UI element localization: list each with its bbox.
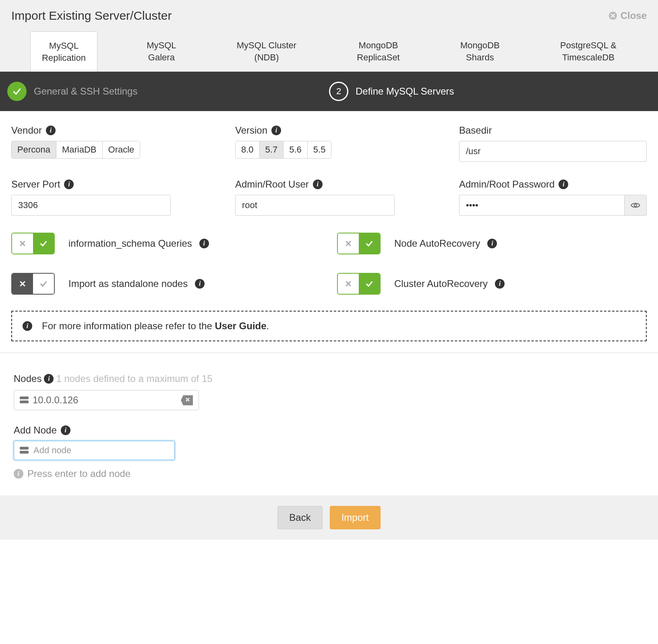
- info-icon: i: [14, 469, 23, 479]
- wizard-step-1[interactable]: General & SSH Settings: [0, 82, 329, 101]
- version-option-57[interactable]: 5.7: [260, 141, 284, 158]
- vendor-selector: Percona MariaDB Oracle: [11, 141, 140, 159]
- info-icon[interactable]: i: [46, 126, 56, 135]
- vendor-option-mariadb[interactable]: MariaDB: [56, 141, 103, 158]
- note-user-guide-link[interactable]: User Guide: [215, 320, 267, 331]
- add-node-label: Add Node: [14, 425, 57, 436]
- close-circle-icon: [608, 11, 617, 20]
- x-icon: [12, 233, 33, 254]
- tab-mongodb-replicaset[interactable]: MongoDB ReplicaSet: [346, 31, 411, 72]
- close-label: Close: [621, 10, 647, 21]
- nodes-hint: 1 nodes defined to a maximum of 15: [56, 373, 212, 384]
- info-icon[interactable]: i: [64, 180, 74, 189]
- admin-password-input[interactable]: [459, 195, 624, 216]
- toggle-info-schema[interactable]: [11, 233, 55, 254]
- wizard-steps: General & SSH Settings 2 Define MySQL Se…: [0, 72, 658, 111]
- cluster-type-tabs: MySQL Replication MySQL Galera MySQL Clu…: [0, 31, 658, 72]
- node-ip: 10.0.0.126: [33, 394, 78, 406]
- note-prefix: For more information please refer to the: [42, 320, 215, 331]
- toggle-cluster-autorecovery[interactable]: [337, 273, 381, 295]
- info-icon: i: [23, 321, 32, 331]
- toggle-info-schema-row: information_schema Queries i: [11, 233, 321, 254]
- info-icon[interactable]: i: [271, 126, 281, 135]
- x-icon: [12, 274, 33, 294]
- field-basedir: Basedir: [459, 125, 647, 162]
- wizard-step-2[interactable]: 2 Define MySQL Servers: [329, 82, 658, 101]
- server-port-label: Server Port: [11, 179, 60, 190]
- delete-node-button[interactable]: [181, 395, 193, 405]
- toggle-standalone-label: Import as standalone nodes: [68, 278, 188, 289]
- admin-password-label: Admin/Root Password: [459, 179, 555, 190]
- dialog-header: Import Existing Server/Cluster Close: [0, 0, 658, 31]
- password-visibility-toggle[interactable]: [624, 195, 647, 216]
- field-admin-user: Admin/Root User i: [235, 179, 423, 216]
- server-icon: [20, 447, 29, 454]
- info-icon[interactable]: i: [559, 180, 568, 189]
- note-suffix: .: [267, 320, 269, 331]
- toggle-node-autorecovery[interactable]: [337, 233, 381, 254]
- svg-point-1: [634, 204, 637, 207]
- tab-mysql-galera[interactable]: MySQL Galera: [135, 31, 187, 72]
- nodes-label: Nodes: [14, 373, 41, 384]
- nodes-section: Nodes i 1 nodes defined to a maximum of …: [0, 353, 658, 495]
- import-button[interactable]: Import: [330, 506, 381, 529]
- field-server-port: Server Port i: [11, 179, 199, 216]
- close-button[interactable]: Close: [608, 10, 647, 21]
- version-option-80[interactable]: 8.0: [236, 141, 260, 158]
- version-selector: 8.0 5.7 5.6 5.5: [235, 141, 331, 159]
- tab-postgresql-timescaledb[interactable]: PostgreSQL & TimescaleDB: [549, 31, 628, 72]
- x-icon: [338, 274, 359, 294]
- wizard-step-1-label: General & SSH Settings: [34, 86, 137, 97]
- check-icon: [7, 82, 27, 101]
- version-label: Version: [235, 125, 267, 136]
- back-button[interactable]: Back: [277, 506, 322, 529]
- form-main: Vendor i Percona MariaDB Oracle Version …: [0, 111, 658, 353]
- tab-mysql-cluster-ndb[interactable]: MySQL Cluster (NDB): [226, 31, 308, 72]
- check-icon: [33, 233, 54, 254]
- tab-mysql-replication[interactable]: MySQL Replication: [30, 31, 97, 72]
- info-icon[interactable]: i: [495, 279, 505, 289]
- x-icon: [338, 233, 359, 254]
- tab-mongodb-shards[interactable]: MongoDB Shards: [449, 31, 511, 72]
- user-guide-note: i For more information please refer to t…: [11, 311, 647, 341]
- version-option-55[interactable]: 5.5: [308, 141, 331, 158]
- vendor-option-oracle[interactable]: Oracle: [103, 141, 140, 158]
- version-option-56[interactable]: 5.6: [283, 141, 308, 158]
- basedir-label: Basedir: [459, 125, 492, 136]
- eye-icon: [630, 200, 641, 211]
- info-icon[interactable]: i: [487, 239, 497, 248]
- dialog-title: Import Existing Server/Cluster: [11, 9, 172, 23]
- check-icon: [359, 233, 380, 254]
- toggle-cluster-autorecovery-row: Cluster AutoRecovery i: [337, 273, 647, 295]
- toggle-node-autorecovery-label: Node AutoRecovery: [394, 238, 480, 249]
- vendor-label: Vendor: [11, 125, 42, 136]
- server-port-input[interactable]: [11, 195, 171, 216]
- vendor-option-percona[interactable]: Percona: [12, 141, 56, 158]
- check-icon: [359, 274, 380, 294]
- basedir-input[interactable]: [459, 141, 647, 162]
- field-admin-password: Admin/Root Password i: [459, 179, 647, 216]
- add-node-field: Add Node i i Press enter to add node: [14, 425, 644, 479]
- toggle-standalone[interactable]: [11, 273, 55, 295]
- toggle-cluster-autorecovery-label: Cluster AutoRecovery: [394, 278, 488, 289]
- wizard-step-2-label: Define MySQL Servers: [356, 86, 454, 97]
- info-icon[interactable]: i: [313, 180, 323, 189]
- toggle-node-autorecovery-row: Node AutoRecovery i: [337, 233, 647, 254]
- dialog-footer: Back Import: [0, 495, 658, 540]
- import-dialog: Import Existing Server/Cluster Close MyS…: [0, 0, 658, 540]
- server-icon: [20, 396, 29, 404]
- info-icon[interactable]: i: [195, 279, 205, 289]
- field-vendor: Vendor i Percona MariaDB Oracle: [11, 125, 199, 162]
- info-icon[interactable]: i: [199, 239, 209, 248]
- step-number-icon: 2: [329, 82, 348, 101]
- field-version: Version i 8.0 5.7 5.6 5.5: [235, 125, 423, 162]
- toggle-info-schema-label: information_schema Queries: [68, 238, 192, 249]
- add-node-input[interactable]: [33, 445, 169, 456]
- toggle-standalone-row: Import as standalone nodes i: [11, 273, 321, 295]
- admin-user-label: Admin/Root User: [235, 179, 309, 190]
- info-icon[interactable]: i: [61, 425, 70, 435]
- add-node-input-wrap[interactable]: [14, 441, 175, 460]
- admin-user-input[interactable]: [235, 195, 395, 216]
- node-chip: 10.0.0.126: [14, 390, 199, 410]
- info-icon[interactable]: i: [44, 374, 54, 384]
